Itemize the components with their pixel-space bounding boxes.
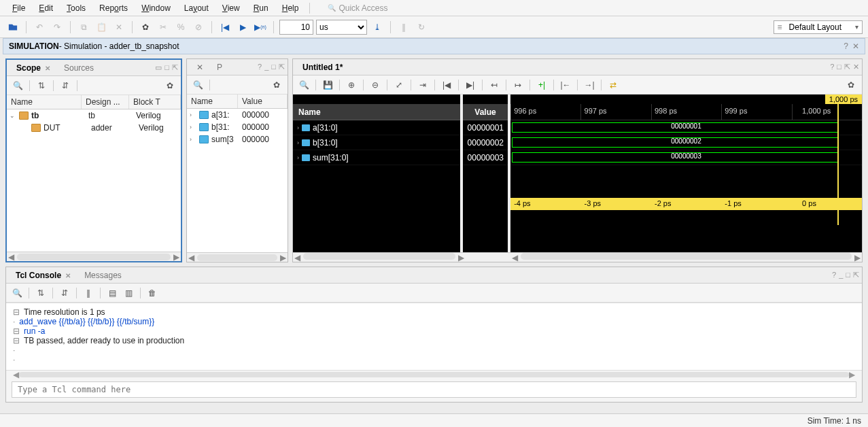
run-icon[interactable]: ▶	[235, 20, 250, 35]
search-icon[interactable]: 🔍	[297, 78, 311, 92]
maximize-icon[interactable]: □	[271, 63, 276, 71]
minimize-icon[interactable]: _	[839, 271, 843, 279]
pause-icon[interactable]: ‖	[396, 20, 411, 35]
float-icon[interactable]: ▭	[155, 63, 162, 72]
percent-icon[interactable]: %	[173, 20, 188, 35]
collapse-icon[interactable]: ⇅	[34, 286, 48, 300]
menu-file[interactable]: File	[5, 1, 32, 15]
pause-scroll-icon[interactable]: ‖	[82, 286, 95, 300]
help-icon[interactable]: ?	[844, 41, 848, 51]
zoom-out-icon[interactable]: ⊖	[368, 78, 382, 92]
delta-ruler[interactable]: -4 ps -3 ps -2 ps -1 ps 0 ps	[510, 198, 862, 210]
popout-icon[interactable]: ⇱	[844, 63, 850, 71]
menu-tools[interactable]: Tools	[60, 1, 92, 15]
step-icon[interactable]: ⤓	[370, 20, 385, 35]
filter-icon[interactable]: ⇵	[58, 286, 71, 300]
expand-icon[interactable]: ›	[190, 136, 199, 143]
save-icon[interactable]: 💾	[321, 78, 334, 92]
wave-signal-row[interactable]: ›sum[31:0]	[293, 150, 460, 165]
menu-window[interactable]: Window	[135, 1, 177, 15]
scope-tree[interactable]: ⌄ tb tb Verilog DUT adder Verilog	[7, 109, 181, 252]
delete-icon[interactable]: ✕	[111, 20, 126, 35]
clear-icon[interactable]: 🗑	[145, 286, 159, 300]
tcl-command-input[interactable]	[12, 381, 856, 398]
goto-start-icon[interactable]: |◀	[440, 78, 453, 92]
close-icon[interactable]: ✕	[65, 272, 71, 279]
wave-name-header[interactable]: Name	[293, 104, 460, 120]
menu-help[interactable]: Help	[275, 1, 306, 15]
redo-icon[interactable]: ↷	[50, 20, 65, 35]
toggle-info-icon[interactable]: ▤	[105, 286, 119, 300]
close-icon[interactable]: ✕	[852, 41, 859, 51]
prev-trans-icon[interactable]: ↤	[487, 78, 501, 92]
quick-access-field[interactable]: Quick Access	[328, 3, 387, 13]
help-icon[interactable]: ?	[258, 63, 262, 71]
col-value[interactable]: Value	[238, 95, 288, 108]
paste-icon[interactable]: 📋	[94, 20, 109, 35]
expand-icon[interactable]: ›	[190, 112, 199, 118]
minimize-icon[interactable]: _	[264, 63, 268, 71]
cancel-icon[interactable]: ⊘	[191, 20, 206, 35]
wave-trace[interactable]: 00000003	[510, 150, 862, 165]
next-marker-icon[interactable]: →|	[583, 78, 596, 92]
wave-plot-area[interactable]: 1,000 ps 996 ps 997 ps 998 ps 999 ps 1,0…	[510, 95, 862, 252]
console-output[interactable]: ⊟Time resolution is 1 ps ·add_wave {{/tb…	[6, 303, 862, 371]
search-icon[interactable]: 🔍	[11, 79, 24, 92]
popout-icon[interactable]: ⇱	[172, 63, 178, 72]
tab-wave[interactable]: Untitled 1*	[296, 61, 349, 74]
close-tab-icon[interactable]: ✕	[190, 61, 210, 74]
expand-icon[interactable]: ⌄	[10, 112, 19, 119]
scope-row-tb[interactable]: ⌄ tb tb Verilog	[7, 109, 181, 122]
signal-row[interactable]: ›a[31:000000	[187, 109, 288, 121]
toggle-warn-icon[interactable]: ▥	[122, 286, 135, 300]
run-time-unit-select[interactable]: us	[316, 20, 367, 35]
help-icon[interactable]: ?	[830, 63, 834, 71]
signal-row[interactable]: ›sum[3000000	[187, 133, 288, 146]
expand-icon[interactable]: ›	[297, 154, 299, 161]
wave-signal-row[interactable]: ›b[31:0]	[293, 135, 460, 150]
add-marker-icon[interactable]: +|	[535, 78, 549, 92]
filter-icon[interactable]: ⇵	[58, 79, 72, 92]
tab-p[interactable]: P	[210, 61, 229, 74]
maximize-icon[interactable]: □	[837, 63, 841, 71]
menu-edit[interactable]: Edit	[32, 1, 60, 15]
signal-row[interactable]: ›b[31:000000	[187, 121, 288, 133]
zoom-fit-icon[interactable]: ⤢	[392, 78, 406, 92]
swap-cursors-icon[interactable]: ⇄	[606, 78, 620, 92]
settings-icon[interactable]: ✿	[138, 20, 153, 35]
undo-icon[interactable]: ↶	[32, 20, 47, 35]
popout-icon[interactable]: ⇱	[279, 63, 285, 71]
tab-scope[interactable]: Scope✕	[10, 61, 57, 75]
expand-icon[interactable]: ›	[297, 124, 299, 131]
gear-icon[interactable]: ✿	[163, 79, 177, 92]
menu-run[interactable]: Run	[247, 1, 275, 15]
relaunch-icon[interactable]: ↻	[414, 20, 429, 35]
search-icon[interactable]: 🔍	[191, 78, 205, 92]
tab-tcl-console[interactable]: Tcl Console✕	[9, 269, 77, 282]
search-icon[interactable]: 🔍	[10, 286, 24, 300]
goto-cursor-icon[interactable]: ⇥	[416, 78, 430, 92]
col-design[interactable]: Design ...	[82, 95, 129, 109]
help-icon[interactable]: ?	[832, 271, 836, 279]
menu-reports[interactable]: Reports	[92, 1, 135, 15]
h-scrollbar[interactable]: ◀▶	[7, 252, 181, 261]
prev-marker-icon[interactable]: |←	[559, 78, 572, 92]
expand-icon[interactable]: ›	[297, 139, 299, 146]
console-h-scrollbar[interactable]: ◀▶	[13, 371, 855, 379]
wave-value-header[interactable]: Value	[463, 104, 508, 120]
copy-icon[interactable]: ⧉	[76, 20, 91, 35]
col-name[interactable]: Name	[187, 95, 238, 108]
gear-icon[interactable]: ✿	[270, 78, 283, 92]
maximize-icon[interactable]: □	[164, 63, 169, 72]
zoom-in-icon[interactable]: ⊕	[345, 78, 358, 92]
layout-dropdown[interactable]: Default Layout	[774, 20, 863, 34]
restart-icon[interactable]: |◀	[218, 20, 232, 35]
open-icon[interactable]	[5, 20, 20, 35]
gear-icon[interactable]: ✿	[844, 78, 858, 92]
col-block[interactable]: Block T	[129, 95, 181, 109]
collapse-icon[interactable]: ⇅	[35, 79, 48, 92]
maximize-icon[interactable]: □	[846, 271, 850, 279]
wave-trace[interactable]: 00000002	[510, 135, 862, 150]
menu-view[interactable]: View	[215, 1, 247, 15]
cut-icon[interactable]: ✂	[156, 20, 171, 35]
